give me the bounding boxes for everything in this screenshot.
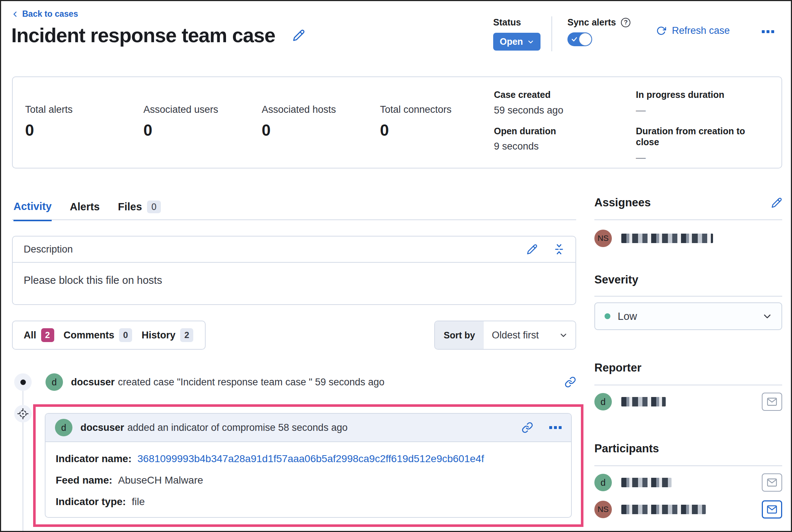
- avatar: NS: [594, 501, 612, 518]
- sync-alerts-label: Sync alerts: [567, 17, 616, 28]
- tab-files[interactable]: Files 0: [118, 201, 161, 221]
- activity-filter-group: All 2 Comments 0 History 2: [12, 321, 206, 350]
- assignees-title: Assignees: [594, 196, 651, 209]
- email-icon[interactable]: [762, 473, 782, 492]
- case-stats-panel: Total alerts 0 Associated users 0 Associ…: [12, 76, 782, 168]
- collapse-description-icon[interactable]: [554, 244, 565, 255]
- event-created-case-text: docsusercreated case "Incident response …: [71, 377, 384, 388]
- reporter-title: Reporter: [594, 361, 641, 374]
- edit-title-pencil-icon[interactable]: [293, 29, 305, 41]
- divider: [594, 465, 782, 466]
- files-count-badge: 0: [147, 201, 161, 213]
- edit-assignees-pencil-icon[interactable]: [771, 197, 782, 208]
- chevron-down-icon: [527, 39, 534, 45]
- filter-history[interactable]: History 2: [142, 328, 193, 342]
- chevron-left-icon: [12, 11, 19, 17]
- reporter-row: d: [594, 393, 782, 411]
- description-body: Please block this file on hosts: [13, 263, 575, 298]
- highlighted-comment-outline: d docsuseradded an indicator of compromi…: [33, 404, 583, 527]
- indicator-name-row: Indicator name: 3681099993b4b347a28a91d1…: [56, 453, 561, 465]
- back-link-label: Back to cases: [22, 9, 78, 19]
- severity-low-dot: [605, 313, 610, 319]
- comment-actions-ellipsis-button[interactable]: [549, 426, 562, 429]
- refresh-icon: [656, 26, 666, 36]
- crosshair-icon: [17, 408, 29, 420]
- timeline-dot-marker: [14, 373, 32, 391]
- case-actions-ellipsis-button[interactable]: [762, 30, 774, 33]
- case-created-label: Case created: [494, 89, 625, 100]
- open-duration-label: Open duration: [494, 126, 625, 137]
- participant-row: d: [594, 473, 782, 492]
- toggle-knob: [579, 33, 591, 45]
- filter-comments[interactable]: Comments 0: [64, 328, 132, 342]
- participants-title: Participants: [594, 442, 659, 455]
- filter-comments-count-badge: 0: [119, 328, 132, 342]
- divider: [594, 219, 782, 220]
- in-progress-duration-value: —: [636, 105, 761, 116]
- refresh-case-button[interactable]: Refresh case: [656, 25, 730, 36]
- avatar: d: [594, 474, 612, 491]
- filter-all[interactable]: All 2: [24, 328, 54, 342]
- assignee-row: NS: [594, 230, 782, 247]
- avatar: d: [594, 393, 612, 410]
- chevron-down-icon: [763, 311, 772, 321]
- copy-link-icon[interactable]: [522, 422, 533, 433]
- comment-header-text: docsuseradded an indicator of compromise…: [80, 422, 348, 433]
- sync-alerts-toggle[interactable]: [567, 32, 592, 46]
- indicator-comment-card: d docsuseradded an indicator of compromi…: [45, 413, 572, 518]
- indicator-name-link[interactable]: 3681099993b4b347a28a91d1f57aaa06b5af2998…: [137, 453, 484, 465]
- open-duration-value: 9 seconds: [494, 141, 625, 152]
- tab-activity[interactable]: Activity: [13, 201, 52, 221]
- stat-associated-hosts: Associated hosts 0: [262, 104, 380, 139]
- creation-to-close-label: Duration from creation to close: [636, 126, 761, 148]
- redacted-username: [621, 234, 713, 243]
- redacted-username: [621, 505, 706, 514]
- help-icon[interactable]: ?: [621, 18, 630, 27]
- in-progress-duration-label: In progress duration: [636, 89, 761, 100]
- copy-link-icon[interactable]: [565, 376, 576, 388]
- case-created-value: 59 seconds ago: [494, 105, 625, 116]
- tab-alerts[interactable]: Alerts: [70, 201, 100, 221]
- severity-title: Severity: [594, 273, 638, 286]
- chevron-down-icon: [559, 331, 567, 339]
- feed-name-row: Feed name: AbuseCH Malware: [56, 475, 561, 486]
- status-label: Status: [493, 17, 540, 28]
- avatar: NS: [594, 230, 612, 247]
- header-divider: [551, 16, 552, 51]
- divider: [594, 385, 782, 385]
- description-card: Description Please block this file on ho…: [12, 236, 576, 305]
- stat-total-alerts: Total alerts 0: [25, 104, 143, 139]
- sort-order-dropdown[interactable]: Oldest first: [484, 321, 575, 349]
- email-icon[interactable]: [762, 500, 782, 519]
- description-title: Description: [24, 244, 73, 255]
- stat-associated-users: Associated users 0: [143, 104, 262, 139]
- indicator-type-row: Indicator type: file: [56, 496, 561, 508]
- back-to-cases-link[interactable]: Back to cases: [12, 9, 78, 19]
- avatar: d: [55, 419, 72, 436]
- creation-to-close-value: —: [636, 152, 761, 163]
- check-icon: [571, 36, 578, 43]
- case-detail-page: Back to cases Incident response team cas…: [0, 0, 792, 532]
- edit-description-pencil-icon[interactable]: [527, 244, 538, 255]
- filter-all-count-badge: 2: [41, 328, 54, 342]
- sort-by-label: Sort by: [435, 321, 484, 349]
- redacted-username: [621, 478, 672, 487]
- timeline-crosshair-marker: [14, 405, 32, 422]
- severity-select[interactable]: Low: [594, 302, 782, 330]
- redacted-username: [621, 397, 666, 406]
- page-title: Incident response team case: [11, 24, 275, 47]
- avatar: d: [45, 373, 63, 391]
- divider: [594, 296, 782, 297]
- stat-total-connectors: Total connectors 0: [380, 104, 498, 139]
- email-icon[interactable]: [762, 393, 782, 411]
- status-dropdown-button[interactable]: Open: [493, 33, 540, 51]
- filter-history-count-badge: 2: [180, 328, 193, 342]
- participant-row: NS: [594, 500, 782, 519]
